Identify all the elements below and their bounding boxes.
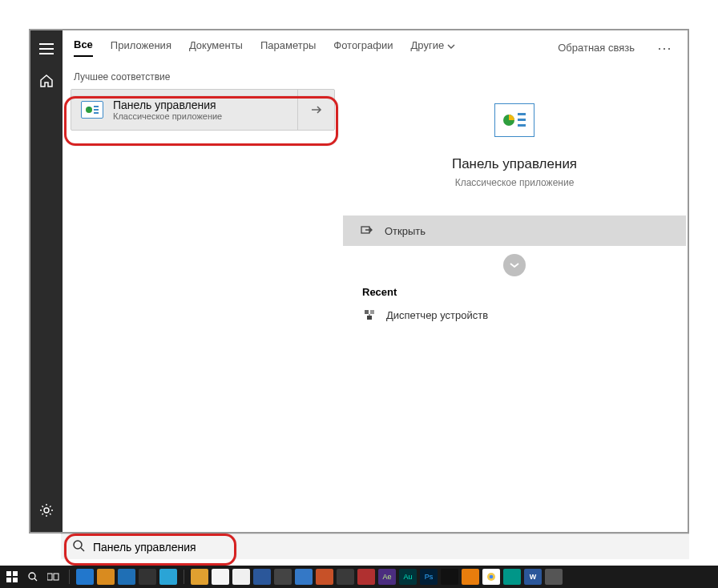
side-rail — [30, 30, 63, 532]
best-match-result[interactable]: Панель управления Классическое приложени… — [71, 89, 335, 131]
control-panel-icon — [81, 101, 103, 119]
taskbar-search-icon[interactable] — [24, 569, 42, 585]
search-bar[interactable] — [61, 534, 689, 559]
more-options-button[interactable]: ⋯ — [652, 39, 676, 57]
svg-rect-20 — [13, 578, 18, 582]
filter-tabs: Все Приложения Документы Параметры Фотог… — [63, 30, 688, 63]
content-columns: Лучшее соответствие Панель управления Кл… — [63, 63, 688, 532]
taskbar-app[interactable] — [295, 569, 313, 585]
taskbar-app[interactable]: W — [524, 569, 542, 585]
taskbar-app[interactable] — [337, 569, 354, 585]
open-label: Открыть — [385, 225, 426, 237]
tab-apps[interactable]: Приложения — [111, 39, 171, 56]
svg-point-16 — [74, 541, 82, 549]
taskbar-app[interactable] — [76, 569, 94, 585]
taskbar: Ae Au Ps W — [0, 566, 718, 588]
chevron-down-icon — [447, 39, 455, 51]
svg-point-3 — [44, 508, 49, 513]
taskbar-app[interactable] — [316, 569, 333, 585]
svg-rect-15 — [367, 316, 372, 320]
taskbar-app[interactable] — [139, 569, 156, 585]
taskbar-app[interactable] — [503, 569, 521, 585]
taskbar-app[interactable]: Ps — [420, 569, 438, 585]
tab-documents[interactable]: Документы — [189, 39, 243, 56]
device-manager-icon — [362, 308, 377, 322]
taskbar-app[interactable] — [357, 569, 375, 585]
svg-rect-18 — [13, 571, 18, 576]
results-column: Лучшее соответствие Панель управления Кл… — [63, 63, 343, 532]
taskbar-app[interactable] — [441, 569, 458, 585]
tab-all[interactable]: Все — [74, 38, 93, 57]
taskbar-app[interactable] — [212, 569, 229, 585]
recent-item-label: Диспетчер устройств — [386, 309, 488, 321]
svg-rect-10 — [518, 119, 526, 121]
svg-rect-22 — [47, 574, 52, 580]
preview-column: Панель управления Классическое приложени… — [343, 63, 688, 532]
taskbar-app[interactable] — [118, 569, 135, 585]
taskbar-app[interactable] — [159, 569, 177, 585]
svg-rect-23 — [54, 574, 58, 580]
preview-title: Панель управления — [343, 156, 686, 172]
svg-rect-19 — [6, 578, 11, 582]
svg-rect-6 — [94, 109, 99, 111]
open-action[interactable]: Открыть — [343, 215, 686, 246]
svg-rect-13 — [365, 310, 369, 314]
taskbar-app[interactable] — [462, 569, 479, 585]
main-area: Все Приложения Документы Параметры Фотог… — [63, 30, 688, 532]
feedback-link[interactable]: Обратная связь — [558, 42, 635, 54]
expand-actions-button[interactable] — [503, 254, 526, 276]
taskbar-app[interactable]: Au — [399, 569, 417, 585]
svg-rect-2 — [39, 53, 54, 54]
recent-item-device-manager[interactable]: Диспетчер устройств — [362, 308, 667, 322]
taskbar-app[interactable] — [274, 569, 292, 585]
svg-rect-17 — [6, 571, 11, 576]
taskbar-app[interactable] — [545, 569, 563, 585]
svg-rect-9 — [518, 113, 526, 115]
search-input[interactable] — [93, 541, 678, 554]
svg-point-21 — [29, 573, 35, 579]
best-match-header: Лучшее соответствие — [71, 66, 335, 89]
preview-control-panel-icon — [494, 103, 534, 137]
preview-subtitle: Классическое приложение — [343, 177, 686, 188]
result-subtitle: Классическое приложение — [113, 111, 297, 121]
home-icon[interactable] — [39, 74, 54, 91]
result-expand-button[interactable] — [297, 90, 334, 130]
task-view-icon[interactable] — [45, 569, 63, 585]
result-title: Панель управления — [113, 99, 297, 111]
svg-rect-1 — [39, 48, 54, 50]
start-search-panel: Все Приложения Документы Параметры Фотог… — [29, 29, 689, 534]
open-icon — [361, 224, 373, 238]
tab-settings[interactable]: Параметры — [260, 39, 316, 56]
svg-rect-5 — [94, 106, 99, 107]
gear-icon[interactable] — [39, 503, 54, 521]
taskbar-app[interactable] — [97, 569, 115, 585]
svg-point-25 — [490, 575, 494, 579]
svg-rect-14 — [370, 310, 374, 314]
svg-rect-7 — [94, 112, 99, 114]
svg-rect-0 — [39, 43, 54, 45]
taskbar-app[interactable] — [482, 569, 500, 585]
tab-photos[interactable]: Фотографии — [333, 39, 393, 56]
tab-more[interactable]: Другие — [411, 39, 456, 56]
taskbar-app[interactable] — [191, 569, 208, 585]
menu-icon[interactable] — [39, 43, 54, 58]
taskbar-app[interactable] — [232, 569, 250, 585]
svg-rect-11 — [518, 124, 526, 127]
start-button[interactable] — [3, 569, 21, 585]
recent-header: Recent — [362, 286, 667, 298]
search-icon — [72, 539, 85, 555]
taskbar-app[interactable] — [253, 569, 271, 585]
taskbar-app[interactable]: Ae — [378, 569, 396, 585]
